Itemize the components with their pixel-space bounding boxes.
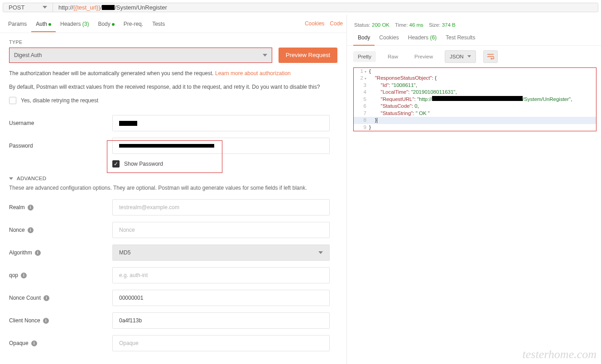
qop-label: qop <box>9 272 18 278</box>
advanced-toggle[interactable]: ADVANCED <box>9 176 337 181</box>
preview-request-button[interactable]: Preview Request <box>279 48 337 63</box>
info-icon[interactable]: i <box>28 227 34 233</box>
request-tabs: Params Auth Headers (3) Body Pre-req. Te… <box>0 15 346 33</box>
auth-status-dot <box>48 23 51 26</box>
client-nonce-input[interactable] <box>112 312 330 329</box>
response-view-row: Pretty Raw Preview JSON <box>347 46 601 67</box>
response-body-json[interactable]: 1 ▾{ 2 ▾ "ResponseStatusObject": { 3 "Id… <box>353 67 596 132</box>
tab-auth[interactable]: Auth <box>31 15 56 32</box>
tab-prereq[interactable]: Pre-req. <box>119 15 148 32</box>
url-input[interactable]: http://{{test_url}}//System/UnRegister <box>53 3 598 12</box>
view-pretty[interactable]: Pretty <box>353 51 376 62</box>
code-link[interactable]: Code <box>330 20 343 27</box>
response-size: 374 B <box>442 22 456 28</box>
body-status-dot <box>112 23 115 26</box>
disable-retry-checkbox[interactable] <box>9 97 16 104</box>
chevron-down-icon <box>318 251 323 254</box>
tab-tests[interactable]: Tests <box>148 15 169 32</box>
auth-help-text: The authorization header will be automat… <box>9 69 337 78</box>
redacted-host <box>432 96 523 101</box>
info-icon[interactable]: i <box>35 250 41 256</box>
username-input[interactable] <box>112 115 330 131</box>
info-icon[interactable]: i <box>28 205 34 211</box>
auth-type-select[interactable]: Digest Auth <box>9 48 272 63</box>
tab-body[interactable]: Body <box>93 15 119 32</box>
format-select[interactable]: JSON <box>445 50 476 63</box>
http-method-label: POST <box>9 4 24 11</box>
opaque-input[interactable] <box>112 335 330 351</box>
tab-headers[interactable]: Headers (3) <box>56 15 93 32</box>
tab-params[interactable]: Params <box>4 15 31 32</box>
disable-retry-label: Yes, disable retrying the request <box>21 97 98 104</box>
wrap-icon <box>487 54 494 59</box>
nonce-count-label: Nonce Count <box>9 295 41 301</box>
show-password-checkbox[interactable]: ✓ <box>112 160 120 168</box>
algorithm-select[interactable]: MD5 <box>112 244 330 261</box>
redacted-host <box>102 5 115 10</box>
client-nonce-label: Client Nonce <box>9 317 40 324</box>
realm-input[interactable] <box>112 199 330 216</box>
advanced-description: These are advanced configuration options… <box>9 185 337 191</box>
wrap-lines-button[interactable] <box>483 50 498 63</box>
show-password-label: Show Password <box>124 161 163 167</box>
qop-input[interactable] <box>112 267 330 283</box>
info-icon[interactable]: i <box>31 340 37 346</box>
nonce-count-input[interactable] <box>112 290 330 306</box>
learn-more-link[interactable]: Learn more about authorization <box>215 70 291 77</box>
response-tabs: Body Cookies Headers (6) Test Results <box>347 30 601 46</box>
info-icon[interactable]: i <box>21 273 27 278</box>
chevron-down-icon <box>263 54 267 57</box>
realm-label: Realm <box>9 204 25 211</box>
response-tab-testresults[interactable]: Test Results <box>441 30 480 45</box>
status-code: 200 OK <box>372 22 389 28</box>
opaque-label: Opaque <box>9 340 29 346</box>
username-label: Username <box>9 120 112 126</box>
response-tab-body[interactable]: Body <box>353 30 375 45</box>
view-raw[interactable]: Raw <box>383 51 403 62</box>
algorithm-label: Algorithm <box>9 249 32 256</box>
password-input[interactable] <box>112 138 330 154</box>
chevron-down-icon <box>9 177 13 181</box>
chevron-down-icon <box>467 55 471 57</box>
auth-panel: TYPE Digest Auth Preview Request The aut… <box>0 33 346 364</box>
chevron-down-icon <box>43 6 47 9</box>
request-url-bar: POST http://{{test_url}}//System/UnRegis… <box>3 3 598 12</box>
response-tab-cookies[interactable]: Cookies <box>375 30 403 45</box>
password-label: Password <box>9 143 112 149</box>
info-icon[interactable]: i <box>43 295 49 301</box>
cookies-link[interactable]: Cookies <box>305 20 324 27</box>
response-status-line: Status: 200 OK Time: 46 ms Size: 374 B <box>347 15 601 30</box>
type-heading: TYPE <box>9 39 337 45</box>
watermark: testerhome.com <box>523 348 596 361</box>
response-tab-headers[interactable]: Headers (6) <box>404 30 441 45</box>
info-icon[interactable]: i <box>43 318 49 324</box>
nonce-input[interactable] <box>112 222 330 238</box>
http-method-select[interactable]: POST <box>3 3 53 12</box>
view-preview[interactable]: Preview <box>410 51 438 62</box>
auth-retry-help: By default, Postman will extract values … <box>9 83 337 91</box>
nonce-label: Nonce <box>9 227 25 233</box>
response-time: 46 ms <box>409 22 423 28</box>
